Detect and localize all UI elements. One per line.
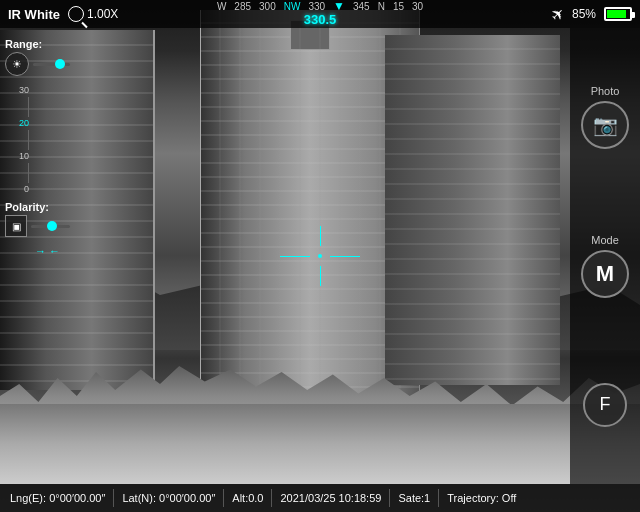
photo-button[interactable]: 📷: [581, 101, 629, 149]
zoom-value: 1.00X: [87, 7, 118, 21]
mode-button[interactable]: M: [581, 250, 629, 298]
mode-control: Mode M: [581, 234, 629, 298]
trajectory-display: Trajectory: Off: [447, 492, 516, 504]
compass-bar: W 285 300 NW 330 ▼ 345 N 15 30 330.5: [217, 2, 423, 27]
compass-nw: NW: [284, 2, 301, 12]
polarity-icon[interactable]: ▣: [5, 215, 27, 237]
satellite-display: Sate:1: [398, 492, 430, 504]
zoom-container: 1.00X: [68, 6, 118, 22]
tick-0: 0: [24, 183, 29, 196]
range-ruler: 30 20 10 0: [9, 84, 70, 196]
bottom-hud: Lng(E): 0°00′00.00″ Lat(N): 0°00′00.00″ …: [0, 484, 640, 512]
top-right-controls: ✈ 85%: [551, 5, 632, 24]
range-label: Range:: [5, 38, 70, 50]
sep2: [223, 489, 224, 507]
polarity-section: Polarity: ▣ → ←: [5, 201, 70, 257]
range-sun-icon[interactable]: ☀: [5, 52, 29, 76]
sep1: [113, 489, 114, 507]
camera-view: [0, 0, 640, 512]
polarity-label: Polarity:: [5, 201, 70, 213]
polarity-thumb[interactable]: [47, 221, 57, 231]
heading-value: 330.5: [304, 12, 337, 27]
range-slider-row[interactable]: ☀: [5, 52, 70, 76]
mode-icon: M: [596, 261, 614, 287]
sep4: [389, 489, 390, 507]
ruler-spacer2: [14, 130, 29, 150]
photo-control: Photo 📷: [581, 85, 629, 149]
tick-20: 20: [19, 117, 29, 130]
ruler-spacer: [14, 97, 29, 117]
datetime-display: 2021/03/25 10:18:59: [280, 492, 381, 504]
range-ticks-container: 30 20 10 0: [14, 84, 29, 196]
tick-10: 10: [19, 150, 29, 163]
left-controls: Range: ☀ 30 20 10 0 Polarity: ▣: [0, 28, 75, 484]
drone-icon: ✈: [546, 3, 569, 26]
battery-fill: [607, 10, 626, 18]
sep3: [271, 489, 272, 507]
compass-ticks: W 285 300 NW 330 ▼ 345 N 15 30: [217, 2, 423, 12]
building-right: [385, 35, 560, 385]
focus-control: F: [583, 383, 627, 427]
right-controls: Photo 📷 Mode M F: [570, 28, 640, 484]
focus-button[interactable]: F: [583, 383, 627, 427]
range-thumb[interactable]: [55, 59, 65, 69]
ir-mode-label: IR White: [8, 7, 60, 22]
ground: [0, 404, 640, 484]
ruler-spacer3: [14, 163, 29, 183]
range-track[interactable]: [33, 63, 70, 66]
mode-label: Mode: [591, 234, 619, 246]
photo-label: Photo: [591, 85, 620, 97]
compass-triangle: ▼: [333, 0, 345, 12]
altitude-display: Alt:0.0: [232, 492, 263, 504]
tick-30: 30: [19, 84, 29, 97]
latitude-display: Lat(N): 0°00′00.00″: [122, 492, 215, 504]
polarity-track[interactable]: [31, 225, 70, 228]
polarity-slider-row[interactable]: ▣: [5, 215, 70, 237]
battery-icon: [604, 7, 632, 21]
top-hud: IR White 1.00X W 285 300 NW 330 ▼ 345 N …: [0, 0, 640, 28]
polarity-arrow: → ←: [35, 245, 70, 257]
range-section: Range: ☀ 30 20 10 0: [5, 38, 70, 196]
sep5: [438, 489, 439, 507]
longitude-display: Lng(E): 0°00′00.00″: [10, 492, 105, 504]
zoom-icon: [68, 6, 84, 22]
camera-icon: 📷: [593, 113, 618, 137]
battery-percent: 85%: [572, 7, 596, 21]
focus-icon: F: [600, 394, 611, 415]
